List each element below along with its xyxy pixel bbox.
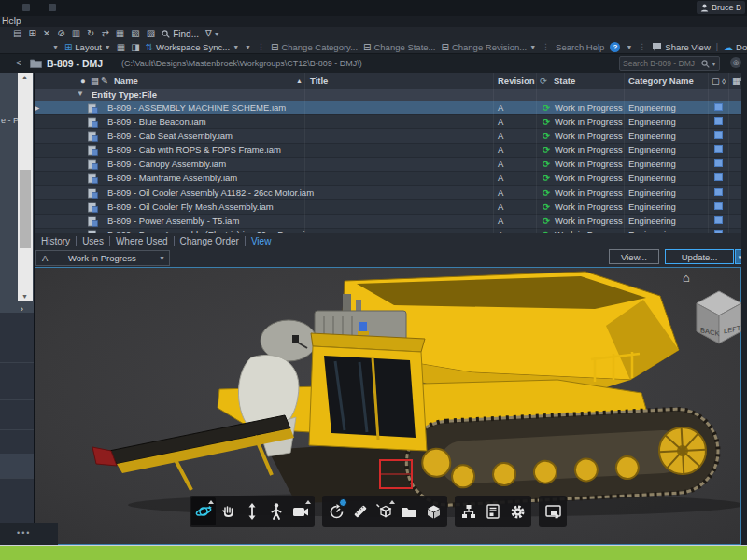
detail-tab[interactable]: View [246, 236, 277, 246]
detail-tab[interactable]: History [35, 236, 77, 246]
view-cube[interactable]: BACK LEFT [696, 288, 742, 346]
chevron-down-icon[interactable]: ▼ [245, 44, 251, 50]
find-button[interactable]: Find... [162, 29, 199, 39]
move-icon[interactable]: ⇄ [101, 29, 108, 38]
scrollbar-thumb[interactable] [20, 170, 31, 248]
print-icon[interactable]: ▤ [13, 29, 21, 38]
column-state[interactable]: State [554, 76, 575, 86]
detail-tab[interactable]: Where Used [110, 236, 175, 246]
status-circle-column-icon[interactable]: ● [80, 76, 86, 86]
share-view-button[interactable]: Share View [652, 42, 710, 52]
table-row[interactable]: ▶ B-809 - Cab Seat Assembly.iam A ⟳ Work… [34, 129, 741, 143]
copy-icon[interactable]: ⊞ [28, 29, 35, 38]
turntable-tool-button[interactable] [324, 497, 348, 525]
scroll-down-icon[interactable]: ▼ [21, 293, 28, 300]
table-row[interactable]: ▶ B-809 - Oil Cooler Fly Mesh Assembly.i… [34, 200, 741, 214]
table-row[interactable]: ▶ B-809 - Power Assembly - T5.iam A ⟳ Wo… [34, 215, 741, 229]
refresh-icon[interactable]: ↻ [87, 29, 94, 38]
column-category[interactable]: Category Name [628, 76, 694, 86]
scroll-up-icon[interactable]: ▲ [21, 74, 28, 80]
back-arrow-icon[interactable]: < [16, 58, 21, 68]
menu-help[interactable]: Help [2, 16, 21, 26]
3d-preview-viewport[interactable]: ⌂ BACK LEFT [34, 267, 741, 545]
collapse-caret-icon[interactable]: ▼ [77, 90, 84, 98]
camera-tool-button[interactable] [289, 497, 313, 525]
table-row[interactable]: ▶ B-809 - Blue Beacon.iam A ⟳ Work in Pr… [34, 115, 741, 129]
titlebar-icon[interactable] [22, 4, 30, 11]
tag-column-icon[interactable]: ⬨ [722, 76, 726, 87]
menu-bar: Help [0, 16, 747, 27]
table-view-icon[interactable]: ▦ [117, 42, 125, 52]
orbit-tool-button[interactable] [191, 497, 216, 525]
column-title[interactable]: Title [310, 76, 328, 86]
chevron-down-icon[interactable]: ▼ [626, 44, 632, 50]
zoom-tool-button[interactable] [240, 497, 264, 525]
revision-icon: ⊟ [442, 42, 449, 52]
file-type-column-icon[interactable]: ▤ [91, 76, 99, 86]
chevron-down-icon[interactable]: ▼ [711, 61, 717, 67]
pan-tool-button[interactable] [216, 497, 240, 525]
download-from-button[interactable]: ☁ Download from [724, 42, 747, 52]
folder-tool-button[interactable] [397, 497, 421, 525]
table-row[interactable]: ▶ B-809 - Cab with ROPS & FOPS Frame.iam… [34, 144, 741, 158]
revision-state-dropdown[interactable]: A Work in Progress ▼ [35, 250, 170, 266]
view-button[interactable]: View... [609, 249, 659, 264]
properties-button[interactable] [481, 497, 505, 525]
search-icon[interactable] [701, 60, 710, 68]
home-view-icon[interactable]: ⌂ [683, 271, 690, 285]
walk-tool-button[interactable] [264, 497, 289, 525]
table-group-row[interactable]: ▼ Entity Type:File [34, 89, 741, 102]
new-file-icon[interactable]: ▥ [72, 29, 80, 38]
change-state-button[interactable]: ⊟ Change State... [363, 42, 435, 52]
checkbox-column-icon[interactable]: ▢ [712, 76, 720, 86]
measure-tool-button[interactable] [348, 497, 373, 525]
detail-tab[interactable]: Change Order [175, 236, 246, 246]
sort-asc-icon[interactable]: ▲ [296, 77, 303, 84]
current-folder-name[interactable]: B-809 - DMJ [47, 58, 103, 69]
filter-button[interactable]: ∇ ▼ [205, 29, 220, 38]
attach-icon[interactable]: ⊘ [57, 29, 64, 38]
table-row[interactable]: ▶ B-809 - Mainframe Assembly.iam A ⟳ Wor… [34, 172, 741, 186]
help-icon[interactable]: ? [610, 42, 620, 52]
overflow-dots-icon[interactable]: ••• [17, 528, 31, 538]
user-account-button[interactable]: Bruce B [697, 1, 745, 14]
copy-design-icon[interactable]: ▧ [131, 29, 139, 38]
assembly-file-icon [88, 103, 98, 116]
file-revision: A [498, 131, 503, 141]
table-row[interactable]: ▶ B-809 - Canopy Assembly.iam A ⟳ Work i… [34, 158, 741, 172]
update-button[interactable]: Update... [665, 249, 734, 264]
state-refresh-icon[interactable]: ⟳ [540, 76, 547, 86]
settings-button[interactable] [505, 497, 529, 525]
model-tree-button[interactable] [457, 497, 481, 525]
search-options-icon[interactable]: ◎ [730, 57, 741, 68]
layout-button[interactable]: ⊞ Layout ▼ [64, 42, 111, 52]
folder-icon [402, 506, 417, 518]
column-name[interactable]: Name [114, 76, 138, 86]
vault-search-box[interactable]: ▼ [619, 56, 720, 71]
detail-tab[interactable]: Uses [77, 236, 110, 246]
column-revision[interactable]: Revision [498, 76, 535, 86]
change-category-button[interactable]: ⊟ Change Category... [271, 42, 358, 52]
workspace-sync-button[interactable]: ⇅ Workspace Sync... ▼ [146, 42, 239, 52]
table-row[interactable]: ▶ B-809 - ASSEMBLY MACHINE SCHEME.iam A … [34, 101, 741, 115]
stack-icon[interactable]: ▦ [116, 29, 124, 38]
search-help-button[interactable]: Search Help [556, 42, 604, 52]
checkout-column-icon[interactable]: ✎ [101, 76, 108, 86]
chevron-down-icon[interactable]: ▼ [52, 44, 59, 50]
delete-icon[interactable]: ✕ [43, 29, 50, 38]
full-screen-button[interactable] [541, 497, 565, 525]
file-revision: A [498, 103, 503, 113]
file-category: Engineering [628, 202, 676, 212]
change-revision-button[interactable]: ⊟ Change Revision... ▼ [442, 42, 537, 52]
assembly-file-icon [88, 173, 98, 186]
search-input[interactable] [620, 59, 701, 68]
model-tool-button[interactable] [421, 497, 445, 525]
table-row[interactable]: ▶ B-809 - Oil Cooler Assembly A1182 - 26… [34, 186, 741, 200]
background-scrollbar[interactable]: ▲ ▼ [18, 73, 33, 301]
file-state: Work in Progress [555, 188, 623, 198]
duplicate-icon[interactable]: ▨ [147, 29, 155, 38]
explode-tool-button[interactable] [373, 497, 397, 525]
file-name: B-809 - Power Assembly - T5.iam [107, 216, 239, 226]
titlebar-icon[interactable] [49, 4, 56, 11]
panel-view-icon[interactable]: ◨ [131, 42, 139, 52]
